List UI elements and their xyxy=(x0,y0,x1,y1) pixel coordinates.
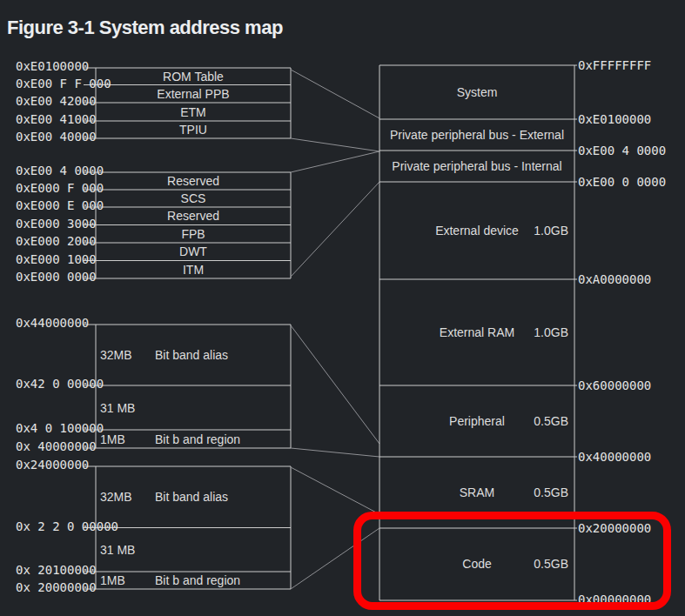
address-label: 0xE000 E 000 xyxy=(16,198,104,212)
address-label: 0xE000 F 000 xyxy=(16,181,104,195)
address-label: 0x60000000 xyxy=(578,378,651,392)
map-region-name: External RAM xyxy=(440,325,514,339)
address-label: 0x4 0 100000 xyxy=(16,421,104,435)
map-region-name: Peripheral xyxy=(449,414,505,428)
address-label: 0x20000000 xyxy=(578,521,651,535)
address-label: 0xE000 0000 xyxy=(16,270,97,284)
map-region-name: External device xyxy=(435,224,519,238)
map-region-size: 1.0GB xyxy=(534,224,568,238)
address-label: 0x 40000000 xyxy=(16,439,97,453)
detail-row-label: FPB xyxy=(181,227,205,241)
map-region-size: 0.5GB xyxy=(534,414,568,428)
detail-row-label: TPIU xyxy=(179,123,207,137)
region-size: 1MB xyxy=(100,573,125,587)
region-size: 31 MB xyxy=(100,543,135,557)
detail-row-label: External PPB xyxy=(157,87,229,101)
map-region-size: 0.5GB xyxy=(534,557,568,571)
address-label: 0x42 0 00000 xyxy=(16,377,104,391)
map-region-name: Private peripheral bus - Internal xyxy=(392,159,561,173)
region-label: Bit band alias xyxy=(155,348,228,362)
map-region-size: 0.5GB xyxy=(534,485,568,499)
address-label: 0xE0100000 xyxy=(16,59,89,73)
detail-row-label: ETM xyxy=(180,105,206,119)
address-label: 0xE000 3000 xyxy=(16,217,97,231)
address-label: 0xA0000000 xyxy=(578,272,651,286)
map-region-size: 1.0GB xyxy=(534,325,568,339)
system-address-map-figure: Figure 3-1 System address map ROM Table … xyxy=(0,0,685,616)
address-label: 0xE00 4 0000 xyxy=(578,144,666,157)
region-size: 32MB xyxy=(100,348,132,362)
address-label: 0x44000000 xyxy=(16,316,89,330)
figure-title: Figure 3-1 System address map xyxy=(7,17,283,38)
detail-row-label: ROM Table xyxy=(163,70,224,84)
address-label: 0x 20100000 xyxy=(16,563,97,577)
map-region-name: SRAM xyxy=(460,485,494,499)
region-label: Bit band alias xyxy=(155,490,228,504)
region-size: 32MB xyxy=(100,490,132,504)
detail-row-label: DWT xyxy=(179,244,207,258)
detail-row-label: ITM xyxy=(183,263,204,277)
address-label: 0xE000 2000 xyxy=(16,234,97,248)
region-label: Bit b and region xyxy=(155,573,240,587)
region-label: Bit b and region xyxy=(155,432,240,446)
region-size: 1MB xyxy=(100,432,125,446)
address-label: 0xE00 4 0000 xyxy=(16,164,104,177)
address-label: 0x 2 2 0 00000 xyxy=(16,519,118,533)
address-label: 0xE0100000 xyxy=(578,112,651,126)
map-region-name: System xyxy=(457,85,498,99)
detail-row-label: SCS xyxy=(181,191,206,205)
address-label: 0xE00 40000 xyxy=(16,130,97,144)
address-label: 0xE000 1000 xyxy=(16,252,97,266)
address-label: 0xE00 41000 xyxy=(16,112,97,126)
address-label: 0x 20000000 xyxy=(16,580,97,594)
address-label: 0xE00 42000 xyxy=(16,94,97,108)
address-label: 0xE00 F F 000 xyxy=(16,77,111,90)
region-size: 31 MB xyxy=(100,401,135,415)
address-label: 0xE00 0 0000 xyxy=(578,175,666,189)
address-label: 0xFFFFFFFF xyxy=(578,58,651,72)
address-label: 0x24000000 xyxy=(16,458,89,472)
map-region-name: Code xyxy=(462,557,492,571)
map-region-name: Private peripheral bus - External xyxy=(390,128,564,142)
detail-row-label: Reserved xyxy=(167,209,219,223)
detail-row-label: Reserved xyxy=(167,174,219,188)
address-label: 0x40000000 xyxy=(578,450,651,464)
